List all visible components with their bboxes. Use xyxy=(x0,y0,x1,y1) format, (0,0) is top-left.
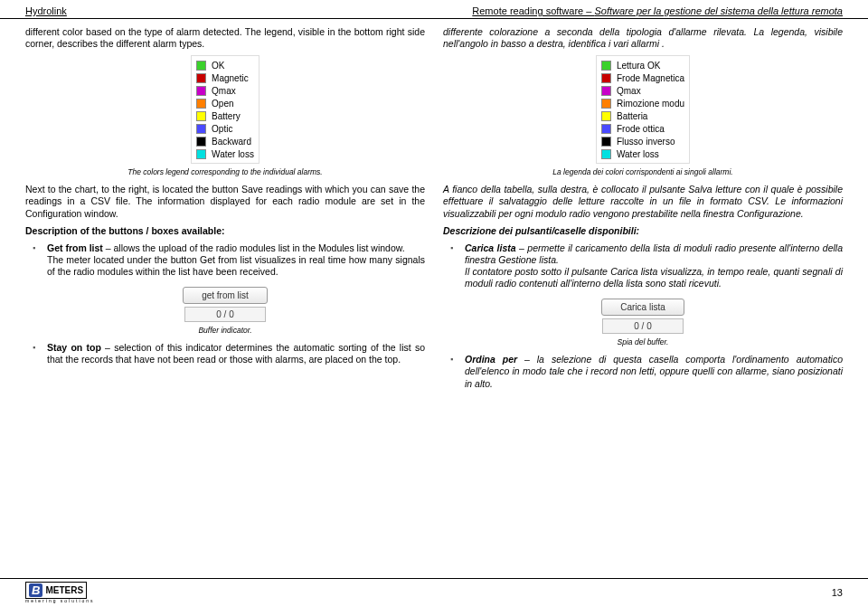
color-swatch xyxy=(601,73,611,83)
page-footer: B METERS metering solutions 13 xyxy=(0,578,868,603)
brand-logo: B METERS metering solutions xyxy=(25,582,95,603)
legend-row: Water loss xyxy=(196,147,254,160)
en-getfromlist-text: – allows the upload of the radio modules… xyxy=(103,242,405,253)
color-swatch xyxy=(196,111,206,121)
en-section-heading: Description of the buttons / boxes avail… xyxy=(25,225,425,237)
en-bullet-list: Get from list – allows the upload of the… xyxy=(25,242,425,278)
it-ordinaper-label: Ordina per xyxy=(465,354,517,365)
it-legend-caption: La legenda dei colori corrispondenti ai … xyxy=(443,167,843,176)
it-button-block: Carica lista 0 / 0 xyxy=(443,299,843,334)
legend-label: Batteria xyxy=(617,111,647,121)
it-bullet-ordinaper: Ordina per – la selezione di questa case… xyxy=(465,354,843,389)
page-header: Hydrolink Remote reading software – Soft… xyxy=(0,0,868,19)
it-legend: Lettura OKFrode MagneticaQmaxRimozione m… xyxy=(443,55,843,164)
color-swatch xyxy=(601,61,611,71)
legend-row: Magnetic xyxy=(196,71,254,84)
en-bullet-getfromlist: Get from list – allows the upload of the… xyxy=(47,242,425,278)
legend-row: Backward xyxy=(196,135,254,147)
legend-label: Open xyxy=(212,99,233,109)
color-swatch xyxy=(601,99,611,109)
legend-row: Lettura OK xyxy=(601,59,684,71)
logo-subtitle: metering solutions xyxy=(25,598,95,603)
it-caricalista-desc2: Il contatore posto sotto il pulsante Car… xyxy=(465,266,843,289)
color-swatch xyxy=(196,149,206,159)
it-bullet-caricalista: Carica lista – permette il caricamento d… xyxy=(465,242,843,290)
en-bullet-list-2: Stay on top – selection of this indicato… xyxy=(25,342,425,365)
color-swatch xyxy=(601,137,611,147)
it-bullet-list-2: Ordina per – la selezione di questa case… xyxy=(443,354,843,389)
legend-row: Optic xyxy=(196,122,254,135)
color-swatch xyxy=(601,86,611,96)
color-swatch xyxy=(601,111,611,121)
two-column-body: different color based on the type of ala… xyxy=(0,19,868,394)
legend-label: Frode ottica xyxy=(617,124,665,134)
legend-label: Flusso inverso xyxy=(617,137,675,147)
it-section-heading: Descrizione dei pulsanti/caselle disponi… xyxy=(443,225,843,237)
en-intro: different color based on the type of ala… xyxy=(25,26,425,50)
legend-label: Lettura OK xyxy=(617,61,660,71)
legend-row: Flusso inverso xyxy=(601,135,684,147)
it-counter: 0 / 0 xyxy=(602,318,683,334)
logo-b-icon: B xyxy=(29,583,42,597)
carica-lista-button[interactable]: Carica lista xyxy=(601,299,684,316)
en-getfromlist-label: Get from list xyxy=(47,242,103,253)
color-swatch xyxy=(196,99,206,109)
color-swatch xyxy=(196,73,206,83)
logo-box: B METERS xyxy=(25,582,87,599)
en-stayontop-label: Stay on top xyxy=(47,342,101,353)
color-swatch xyxy=(601,124,611,134)
legend-label: Rimozione modu xyxy=(617,99,684,109)
en-getfromlist-desc2: The meter located under the button Get f… xyxy=(47,254,425,277)
header-right-italic: Software per la gestione del sistema del… xyxy=(594,5,843,16)
en-legend-caption: The colors legend corresponding to the i… xyxy=(25,167,425,176)
it-caricalista-label: Carica lista xyxy=(465,242,516,253)
legend-label: Optic xyxy=(212,124,232,134)
legend-row: Open xyxy=(196,97,254,109)
column-english: different color based on the type of ala… xyxy=(25,26,425,394)
legend-row: Frode Magnetica xyxy=(601,71,684,84)
it-save-readings: A fianco della tabella, sulla destra, è … xyxy=(443,184,843,219)
legend-row: Rimozione modu xyxy=(601,97,684,109)
en-buffer-caption: Buffer indicator. xyxy=(25,326,425,335)
legend-label: Qmax xyxy=(212,86,236,96)
column-italian: differente colorazione a seconda della t… xyxy=(443,26,843,394)
en-button-block: get from list 0 / 0 xyxy=(25,287,425,322)
legend-row: Water loss xyxy=(601,147,684,160)
legend-label: OK xyxy=(212,61,224,71)
en-legend: OKMagneticQmaxOpenBatteryOpticBackwardWa… xyxy=(25,55,425,164)
en-bullet-stayontop: Stay on top – selection of this indicato… xyxy=(47,342,425,365)
legend-row: Battery xyxy=(196,109,254,122)
color-swatch xyxy=(601,149,611,159)
color-swatch xyxy=(196,124,206,134)
legend-row: Frode ottica xyxy=(601,122,684,135)
legend-row: Qmax xyxy=(196,84,254,97)
it-bullet-list: Carica lista – permette il caricamento d… xyxy=(443,242,843,290)
en-counter: 0 / 0 xyxy=(184,307,265,322)
header-right-plain: Remote reading software – xyxy=(472,5,594,16)
it-buffer-caption: Spia del buffer. xyxy=(443,337,843,346)
en-stayontop-text: – selection of this indicator determines… xyxy=(47,342,425,365)
legend-row: Batteria xyxy=(601,109,684,122)
legend-label: Magnetic xyxy=(212,73,249,83)
legend-label: Backward xyxy=(212,137,251,147)
legend-row: Qmax xyxy=(601,84,684,97)
legend-label: Water loss xyxy=(212,149,254,159)
header-right: Remote reading software – Software per l… xyxy=(472,5,843,16)
it-intro: differente colorazione a seconda della t… xyxy=(443,26,843,50)
color-swatch xyxy=(196,61,206,71)
color-swatch xyxy=(196,137,206,147)
it-ordinaper-text: – la selezione di questa casella comport… xyxy=(465,354,843,388)
en-save-readings: Next to the chart, to the right, is loca… xyxy=(25,184,425,219)
legend-row: OK xyxy=(196,59,254,71)
header-left: Hydrolink xyxy=(25,5,67,16)
color-swatch xyxy=(196,86,206,96)
it-caricalista-text: – permette il caricamento della lista di… xyxy=(465,242,843,265)
page-number: 13 xyxy=(832,587,843,598)
legend-label: Qmax xyxy=(617,86,641,96)
logo-brand-text: METERS xyxy=(45,585,83,595)
legend-label: Battery xyxy=(212,111,241,121)
legend-label: Frode Magnetica xyxy=(617,73,684,83)
legend-label: Water loss xyxy=(617,149,659,159)
get-from-list-button[interactable]: get from list xyxy=(183,287,268,304)
